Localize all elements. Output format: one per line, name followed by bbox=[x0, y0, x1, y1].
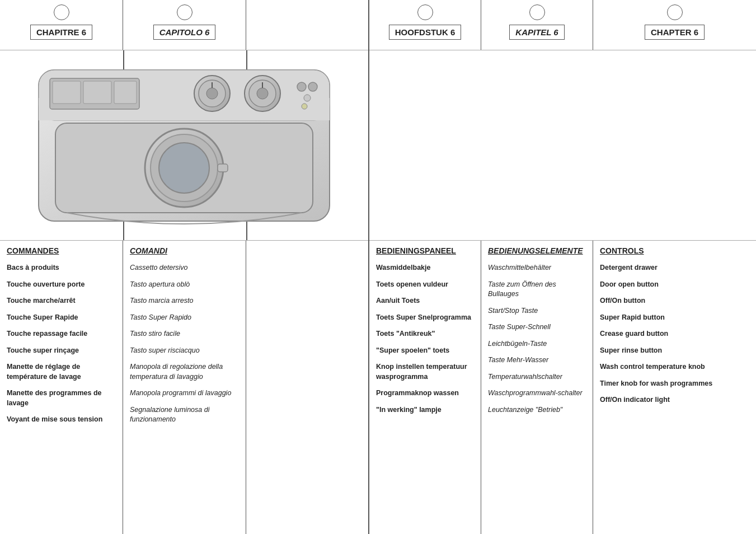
svg-rect-22 bbox=[218, 164, 228, 172]
right-col3-header: CHAPTER 6 bbox=[593, 0, 756, 50]
commandes-col: COMMANDES Bacs à produits Touche ouvertu… bbox=[0, 241, 123, 534]
chapter-circle-2 bbox=[177, 4, 192, 20]
bedieningspaneel-col: BEDIENINGSPANEEL Wasmiddelbakje Toets op… bbox=[369, 241, 481, 534]
ctrl-label-nl-8: "In werking" lampje bbox=[376, 405, 474, 415]
ctrl-row-it-7: Manopola programmi di lavaggio bbox=[130, 388, 239, 399]
ctrl-label-en-1: Door open button bbox=[600, 280, 749, 290]
bedieningspaneel-title: BEDIENINGSPANEEL bbox=[376, 246, 474, 255]
ctrl-row-fr-2: Touche marche/arrêt bbox=[7, 296, 116, 306]
ctrl-row-it-8: Segnalazione luminosa di funzionamento bbox=[130, 405, 239, 425]
ctrl-row-en-3: Super Rapid button bbox=[600, 313, 749, 323]
right-col1-header: HOOFDSTUK 6 bbox=[369, 0, 481, 50]
right-half: HOOFDSTUK 6 KAPITEL 6 CHAPTER 6 BEDIENIN… bbox=[369, 0, 756, 534]
ctrl-row-fr-8: Voyant de mise sous tension bbox=[7, 415, 116, 425]
ctrl-label-nl-0: Wasmiddelbakje bbox=[376, 263, 474, 273]
capitolo-box: CAPITOLO 6 bbox=[153, 25, 216, 40]
kapitel-box: KAPITEL 6 bbox=[509, 25, 564, 40]
ctrl-label-nl-2: Aan/uit Toets bbox=[376, 296, 474, 306]
ctrl-label-en-0: Detergent drawer bbox=[600, 263, 749, 273]
left-controls-area: COMMANDES Bacs à produits Touche ouvertu… bbox=[0, 241, 368, 534]
ctrl-label-nl-3: Toets Super Snelprogramma bbox=[376, 313, 474, 323]
ctrl-row-en-8: Off/On indicator light bbox=[600, 395, 749, 405]
left-half: CHAPITRE 6 CAPITOLO 6 bbox=[0, 0, 369, 534]
ctrl-label-en-8: Off/On indicator light bbox=[600, 395, 749, 405]
ctrl-label-fr-7: Manette des programmes de lavage bbox=[7, 388, 116, 408]
ctrl-row-it-5: Tasto super risciacquo bbox=[130, 346, 239, 356]
ctrl-row-de-1: Taste zum Öffnen des Bullauges bbox=[488, 280, 586, 299]
ctrl-row-en-2: Off/On button bbox=[600, 296, 749, 306]
ctrl-label-fr-8: Voyant de mise sous tension bbox=[7, 415, 116, 425]
ctrl-label-nl-7: Programmaknop wassen bbox=[376, 388, 474, 399]
ctrl-row-en-7: Timer knob for wash programmes bbox=[600, 379, 749, 389]
page: CHAPITRE 6 CAPITOLO 6 bbox=[0, 0, 756, 534]
ctrl-label-it-0: Cassetto detersivo bbox=[130, 263, 239, 273]
ctrl-row-en-1: Door open button bbox=[600, 280, 749, 290]
ctrl-label-it-2: Tasto marcia arresto bbox=[130, 296, 239, 306]
ctrl-label-nl-5: "Super spoelen" toets bbox=[376, 346, 474, 356]
bedienungselemente-col: BEDIENUNGSELEMENTE Waschmittelbehälter T… bbox=[481, 241, 593, 534]
ctrl-row-fr-1: Touche ouverture porte bbox=[7, 280, 116, 290]
svg-point-13 bbox=[257, 88, 268, 99]
ctrl-label-de-7: Waschprogrammwahl-schalter bbox=[488, 388, 586, 399]
controls-col: CONTROLS Detergent drawer Door open butt… bbox=[593, 241, 756, 534]
svg-point-23 bbox=[302, 104, 307, 109]
ctrl-label-en-3: Super Rapid button bbox=[600, 313, 749, 323]
bedienungselemente-title: BEDIENUNGSELEMENTE bbox=[488, 246, 586, 255]
ctrl-label-it-1: Tasto apertura oblò bbox=[130, 280, 239, 290]
right-header-row: HOOFDSTUK 6 KAPITEL 6 CHAPTER 6 bbox=[369, 0, 756, 50]
ctrl-label-it-5: Tasto super risciacquo bbox=[130, 346, 239, 356]
ctrl-label-nl-4: Toets "Antikreuk" bbox=[376, 329, 474, 339]
ctrl-label-de-5: Taste Mehr-Wasser bbox=[488, 355, 586, 366]
ctrl-label-fr-4: Touche repassage facile bbox=[7, 329, 116, 339]
ctrl-label-de-0: Waschmittelbehälter bbox=[488, 263, 586, 273]
svg-rect-4 bbox=[53, 81, 81, 104]
ctrl-label-de-2: Start/Stop Taste bbox=[488, 306, 586, 316]
left-col2-header: CAPITOLO 6 bbox=[123, 0, 246, 50]
ctrl-row-en-4: Crease guard button bbox=[600, 329, 749, 339]
ctrl-label-en-4: Crease guard button bbox=[600, 329, 749, 339]
ctrl-row-de-4: Leichtbügeln-Taste bbox=[488, 339, 586, 349]
right-illustration-area bbox=[369, 50, 756, 241]
comandi-title: COMANDI bbox=[130, 246, 239, 255]
ctrl-label-en-7: Timer knob for wash programmes bbox=[600, 379, 749, 389]
ctrl-label-de-8: Leuchtanzeige "Betrieb" bbox=[488, 405, 586, 415]
ctrl-row-nl-2: Aan/uit Toets bbox=[376, 296, 474, 306]
svg-rect-6 bbox=[114, 81, 137, 104]
ctrl-row-fr-7: Manette des programmes de lavage bbox=[7, 388, 116, 408]
ctrl-label-it-7: Manopola programmi di lavaggio bbox=[130, 388, 239, 399]
ctrl-row-it-6: Manopola di regolazione della temperatur… bbox=[130, 362, 239, 382]
svg-point-9 bbox=[206, 88, 218, 99]
left-header-row: CHAPITRE 6 CAPITOLO 6 bbox=[0, 0, 368, 50]
chapter-circle-3 bbox=[417, 4, 433, 20]
right-col2-header: KAPITEL 6 bbox=[481, 0, 593, 50]
svg-point-16 bbox=[308, 82, 317, 91]
ctrl-row-de-7: Waschprogrammwahl-schalter bbox=[488, 388, 586, 399]
ctrl-label-de-1: Taste zum Öffnen des Bullauges bbox=[488, 280, 586, 299]
hoofdstuk-box: HOOFDSTUK 6 bbox=[389, 25, 462, 40]
chapter-circle-1 bbox=[54, 4, 69, 20]
ctrl-row-de-8: Leuchtanzeige "Betrieb" bbox=[488, 405, 586, 415]
ctrl-row-fr-4: Touche repassage facile bbox=[7, 329, 116, 339]
ctrl-row-nl-1: Toets openen vuldeur bbox=[376, 280, 474, 290]
right-controls-area: BEDIENINGSPANEEL Wasmiddelbakje Toets op… bbox=[369, 241, 756, 534]
ctrl-label-nl-1: Toets openen vuldeur bbox=[376, 280, 474, 290]
ctrl-row-nl-3: Toets Super Snelprogramma bbox=[376, 313, 474, 323]
ctrl-label-en-2: Off/On button bbox=[600, 296, 749, 306]
comandi-col: COMANDI Cassetto detersivo Tasto apertur… bbox=[123, 241, 246, 534]
ctrl-row-it-2: Tasto marcia arresto bbox=[130, 296, 239, 306]
ctrl-row-it-1: Tasto apertura oblò bbox=[130, 280, 239, 290]
ctrl-row-it-0: Cassetto detersivo bbox=[130, 263, 239, 273]
controls-title: CONTROLS bbox=[600, 246, 749, 255]
svg-point-21 bbox=[159, 143, 209, 193]
chapter-box: CHAPTER 6 bbox=[645, 25, 705, 40]
ctrl-label-fr-2: Touche marche/arrêt bbox=[7, 296, 116, 306]
ctrl-label-en-5: Super rinse button bbox=[600, 346, 749, 356]
ctrl-row-de-3: Taste Super-Schnell bbox=[488, 322, 586, 332]
ctrl-row-fr-3: Touche Super Rapide bbox=[7, 313, 116, 323]
washer-illustration bbox=[0, 50, 368, 240]
left-col3-empty bbox=[246, 241, 368, 534]
commandes-title: COMMANDES bbox=[7, 246, 116, 255]
ctrl-row-nl-8: "In werking" lampje bbox=[376, 405, 474, 415]
ctrl-row-it-3: Tasto Super Rapido bbox=[130, 313, 239, 323]
ctrl-label-it-3: Tasto Super Rapido bbox=[130, 313, 239, 323]
